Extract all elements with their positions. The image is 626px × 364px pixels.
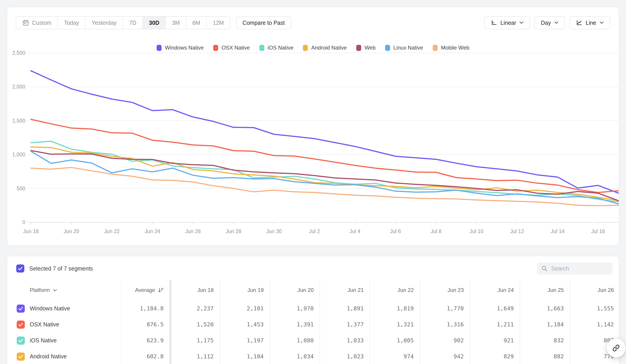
column-header-average[interactable]: Average <box>121 280 169 300</box>
column-header-platform[interactable]: Platform <box>7 280 121 300</box>
range-button-6m[interactable]: 6M <box>186 17 206 29</box>
value-cell: 2,237 <box>169 300 220 317</box>
chart-type-label: Line <box>586 20 596 26</box>
value-cell: 1,663 <box>520 300 570 317</box>
x-axis-tick-label: Jun 26 <box>185 228 201 234</box>
legend-item[interactable]: OSX Native <box>213 45 250 51</box>
x-axis-tick-label: Jul 14 <box>551 228 565 234</box>
row-checkbox[interactable] <box>17 305 25 313</box>
table-topbar: Selected 7 of 7 segments <box>16 262 613 275</box>
x-axis-tick-label: Jul 8 <box>431 228 442 234</box>
legend-item[interactable]: Windows Native <box>156 45 204 51</box>
legend-swatch <box>156 45 161 51</box>
column-header-date[interactable]: Jun 19 <box>220 280 270 300</box>
column-header-date[interactable]: Jun 24 <box>470 280 520 300</box>
table-row[interactable]: OSX Native876.51,5201,4531,3911,3771,321… <box>7 317 619 332</box>
search-box <box>537 262 613 275</box>
row-checkbox[interactable] <box>17 321 25 329</box>
range-label: Yesterday <box>92 20 117 26</box>
value-cell: 1,970 <box>270 300 319 317</box>
link-icon <box>612 344 620 352</box>
check-icon <box>18 307 23 311</box>
value-cell: 1,184 <box>520 317 570 332</box>
link-button[interactable] <box>607 338 626 358</box>
value-cell: 1,080 <box>270 332 319 348</box>
value-cell: 1,891 <box>319 300 370 317</box>
range-button-custom[interactable]: Custom <box>16 17 57 29</box>
value-cell: 1,555 <box>570 300 619 317</box>
x-axis-tick-label: Jun 28 <box>226 228 241 234</box>
range-button-today[interactable]: Today <box>57 17 85 29</box>
value-cell: 902 <box>420 332 470 348</box>
value-cell: 1,142 <box>570 317 619 332</box>
value-cell: 882 <box>520 348 570 364</box>
platform-cell: Android Native <box>7 348 121 364</box>
row-checkbox[interactable] <box>17 353 25 361</box>
range-button-30d[interactable]: 30D <box>142 17 165 29</box>
table-row[interactable]: Windows Native1,184.82,2372,1011,9701,89… <box>7 300 619 317</box>
chart-type-select[interactable]: Line <box>569 16 610 29</box>
legend-swatch <box>303 45 308 51</box>
value-cell: 1,321 <box>370 317 420 332</box>
interval-select[interactable]: Day <box>535 16 565 29</box>
legend-item[interactable]: Android Native <box>303 45 347 51</box>
value-cell: 829 <box>470 348 520 364</box>
legend-swatch <box>356 45 361 51</box>
y-axis-tick-label: 1,000 <box>12 152 25 157</box>
x-axis-tick-label: Jul 2 <box>309 228 320 234</box>
column-header-date[interactable]: Jun 25 <box>520 280 570 300</box>
search-input[interactable] <box>551 265 608 272</box>
column-header-date[interactable]: Jun 23 <box>420 280 470 300</box>
check-icon <box>18 338 23 343</box>
average-cell: 602.8 <box>121 348 169 364</box>
column-header-date[interactable]: Jun 21 <box>319 280 370 300</box>
check-icon <box>18 355 23 359</box>
range-button-7d[interactable]: 7D <box>122 17 142 29</box>
x-axis-tick-label: Jun 18 <box>23 228 39 234</box>
value-cell: 942 <box>420 348 470 364</box>
legend-item[interactable]: Mobile Web <box>433 45 470 51</box>
column-header-date[interactable]: Jun 22 <box>370 280 420 300</box>
value-cell: 2,101 <box>220 300 270 317</box>
value-cell: 1,377 <box>319 317 370 332</box>
scale-select[interactable]: Linear <box>484 16 530 29</box>
range-button-yesterday[interactable]: Yesterday <box>85 17 122 29</box>
value-cell: 1,034 <box>270 348 319 364</box>
value-cell: 1,005 <box>370 332 420 348</box>
range-button-3m[interactable]: 3M <box>165 17 186 29</box>
range-label: 6M <box>193 20 200 26</box>
row-checkbox[interactable] <box>17 336 25 345</box>
column-header-date[interactable]: Jun 26 <box>570 280 619 300</box>
value-cell: 1,453 <box>220 317 270 332</box>
value-cell: 1,316 <box>420 317 470 332</box>
line-chart[interactable]: 05001,0001,5002,0002,500Jun 18Jun 20Jun … <box>7 7 619 246</box>
select-all-checkbox[interactable] <box>16 264 24 273</box>
chart-toolbar: CustomTodayYesterday7D30D3M6M12M Compare… <box>16 16 610 29</box>
value-cell: 832 <box>520 332 570 348</box>
segments-table-card: Selected 7 of 7 segments PlatformAverage… <box>7 256 619 364</box>
legend-item[interactable]: Linux Native <box>385 45 423 51</box>
y-axis-tick-label: 500 <box>17 186 25 191</box>
compare-to-past-button[interactable]: Compare to Past <box>236 16 291 29</box>
value-cell: 1,112 <box>169 348 220 364</box>
legend-swatch <box>385 45 390 51</box>
table-row[interactable]: Android Native602.81,1121,1041,0341,0239… <box>7 348 619 364</box>
linear-axis-icon <box>491 19 497 26</box>
value-cell: 1,520 <box>169 317 220 332</box>
x-axis-tick-label: Jul 10 <box>470 228 483 234</box>
column-header-date[interactable]: Jun 18 <box>169 280 220 300</box>
chevron-down-icon <box>599 21 604 24</box>
value-cell: 921 <box>470 332 520 348</box>
selected-count-label: Selected 7 of 7 segments <box>29 265 93 272</box>
x-axis-tick-label: Jul 12 <box>510 228 524 234</box>
legend-label: Android Native <box>311 45 347 51</box>
table-row[interactable]: iOS Native623.91,1751,1971,0801,0331,005… <box>7 332 619 348</box>
range-button-12m[interactable]: 12M <box>206 17 230 29</box>
platform-label: OSX Native <box>30 321 59 328</box>
column-header-date[interactable]: Jun 20 <box>270 280 319 300</box>
series-line-osx-native[interactable] <box>31 119 618 193</box>
platform-cell: iOS Native <box>7 332 121 348</box>
legend-item[interactable]: iOS Native <box>259 45 294 51</box>
legend-item[interactable]: Web <box>356 45 376 51</box>
value-cell: 1,033 <box>319 332 370 348</box>
